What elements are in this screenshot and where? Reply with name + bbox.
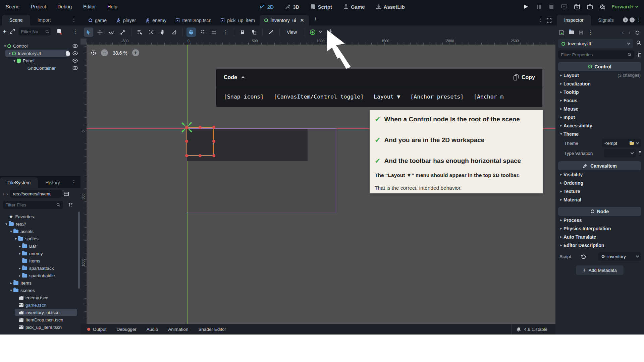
movie-maker-button[interactable] (599, 3, 606, 10)
split-view-icon[interactable] (64, 192, 69, 196)
pan-tool-button[interactable] (158, 27, 167, 37)
collapse-icon[interactable]: ▾ (3, 44, 7, 48)
revert-script-icon[interactable] (581, 254, 586, 259)
tab-scene-dock[interactable]: Scene (2, 15, 30, 25)
quick-load-icon[interactable] (630, 142, 634, 145)
history-forward-icon[interactable]: › (629, 29, 630, 36)
filter-properties-input[interactable] (558, 50, 634, 59)
fs-row-enemy-tscn[interactable]: enemy.tscn (0, 294, 80, 301)
chevron-down-icon[interactable] (319, 30, 322, 33)
tab-filesystem[interactable]: FileSystem (0, 177, 38, 188)
visibility-eye-icon[interactable] (72, 51, 78, 55)
collapse-icon[interactable]: ▾ (12, 59, 17, 63)
skeleton-bone-icon[interactable] (266, 27, 276, 37)
fs-row-bar[interactable]: ▸Bar (0, 242, 80, 250)
tree-row-control[interactable]: ▾ Control (0, 42, 80, 50)
play-custom-scene-button[interactable] (586, 3, 593, 10)
tab-signals[interactable]: Signals (591, 15, 621, 25)
collapse-icon[interactable]: ▾ (4, 222, 9, 226)
dock-next-icon[interactable]: › (630, 17, 635, 22)
grid-snap-magnet-icon[interactable] (198, 27, 207, 37)
expand-icon[interactable]: ▸ (17, 244, 22, 248)
lock-button[interactable] (238, 27, 247, 37)
renderer-selector[interactable]: Forward+ (611, 4, 638, 9)
select-tool-button[interactable] (84, 27, 93, 37)
zoom-out-button[interactable]: − (101, 49, 108, 56)
move-tool-button[interactable] (95, 27, 105, 37)
fs-row-favorites[interactable]: ★Favorites: (0, 213, 80, 220)
collapse-icon[interactable]: ▾ (9, 288, 13, 293)
fs-row-inventory-ui-tscn[interactable]: inventory_ui.tscn (0, 309, 80, 316)
load-resource-icon[interactable] (569, 29, 574, 36)
pixel-snap-button[interactable] (147, 27, 156, 37)
menu-scene[interactable]: Scene (0, 0, 25, 13)
group-visibility[interactable]: ▸Visibility (558, 170, 641, 179)
center-view-icon[interactable] (91, 50, 96, 56)
menu-debug[interactable]: Debug (52, 0, 77, 13)
collapse-icon[interactable]: ▾ (13, 237, 18, 241)
group-input[interactable]: ▸Input (558, 113, 641, 121)
workspace-assetlib-button[interactable]: AssetLib (372, 0, 409, 13)
scene-tab-inventory-ui[interactable]: inventory_ui✕ (260, 15, 309, 25)
bottom-tab-output[interactable]: Output (87, 327, 107, 332)
workspace-script-button[interactable]: Script (307, 0, 336, 13)
scene-tab-player[interactable]: player (111, 15, 141, 25)
fs-row-itemdrop-tscn[interactable]: ItemDrop.tscn.tscn (0, 316, 80, 323)
stop-button[interactable] (548, 3, 555, 10)
tree-row-gridcontainer[interactable]: GridContainer (0, 64, 80, 72)
history-back-icon[interactable]: ‹ (622, 29, 624, 36)
section-node[interactable]: Node (558, 207, 641, 216)
object-history-icon[interactable] (635, 30, 640, 35)
view-menu[interactable]: View (283, 29, 300, 35)
list-select-tool-button[interactable] (135, 27, 145, 37)
fs-row-scenes[interactable]: ▾scenes (0, 287, 80, 294)
fs-row-spartinhaidle[interactable]: ▸spartinhaidle (0, 272, 80, 279)
fs-row-items-sub[interactable]: Items (0, 257, 80, 264)
distraction-free-icon[interactable] (543, 18, 555, 25)
zoom-level[interactable]: 38.6 % (113, 50, 127, 56)
fs-row-pickup-tscn[interactable]: pick_up_item.tscn (0, 323, 80, 331)
visibility-eye-icon[interactable] (72, 59, 78, 63)
group-ordering[interactable]: ▸Ordering (558, 179, 641, 187)
smart-snap-button[interactable] (186, 27, 196, 37)
menu-help[interactable]: Help (102, 0, 123, 13)
play-remote-button[interactable] (560, 3, 568, 10)
scene-tab-game[interactable]: game (84, 15, 111, 25)
scene-tabs-menu-icon[interactable]: ⋮ (538, 17, 543, 25)
bottom-tab-shader-editor[interactable]: Shader Editor (198, 327, 226, 332)
workspace-3d-button[interactable]: 3D (281, 0, 303, 13)
filesystem-menu-icon[interactable]: ⋮ (71, 179, 80, 188)
group-theme[interactable]: ▾Theme (558, 130, 641, 138)
filter-files-input[interactable] (3, 201, 63, 209)
fs-row-assets[interactable]: ▾assets (0, 228, 80, 235)
copy-button[interactable]: Copy (514, 74, 535, 80)
menu-project[interactable]: Project (25, 0, 52, 13)
visibility-eye-icon[interactable] (72, 44, 78, 48)
new-resource-icon[interactable] (559, 30, 564, 35)
group-material[interactable]: ▸Material (558, 195, 641, 204)
pin-value-icon[interactable] (639, 151, 641, 156)
zoom-in-button[interactable]: + (132, 49, 139, 56)
pause-button[interactable] (535, 3, 542, 10)
anchor-marker-icon[interactable] (179, 120, 195, 135)
section-canvasitem[interactable]: CanvasItem (558, 161, 641, 170)
anchor-icon[interactable] (326, 27, 335, 37)
canvas[interactable]: − 38.6 % + Code Copy [Snap icons] [Can (87, 45, 555, 335)
fs-row-player-tscn[interactable]: player.tscn (0, 331, 80, 332)
script-value-dropdown[interactable]: ⚙ inventory (598, 252, 641, 261)
bottom-tab-audio[interactable]: Audio (147, 327, 158, 332)
group-process[interactable]: ▸Process (558, 216, 641, 224)
collapse-icon[interactable]: ▾ (9, 229, 13, 234)
tab-inspector[interactable]: Inspector (557, 15, 591, 25)
expand-icon[interactable]: ▸ (17, 274, 22, 278)
group-physics-interpolation[interactable]: ▸Physics Interpolation (558, 224, 641, 233)
collapse-chevron-icon[interactable] (241, 76, 245, 80)
scene-tree-menu-icon[interactable]: ⋮ (73, 28, 78, 35)
workspace-game-button[interactable]: Game (339, 0, 369, 13)
group-accessibility[interactable]: ▸Accessibility (558, 121, 641, 130)
menu-editor[interactable]: Editor (77, 0, 102, 13)
attached-script-icon[interactable] (66, 51, 70, 56)
resource-menu-icon[interactable]: ⋮ (588, 29, 593, 36)
type-variation-field[interactable] (604, 149, 636, 158)
tree-row-inventoryui[interactable]: ▾ InventoryUI (0, 50, 80, 57)
